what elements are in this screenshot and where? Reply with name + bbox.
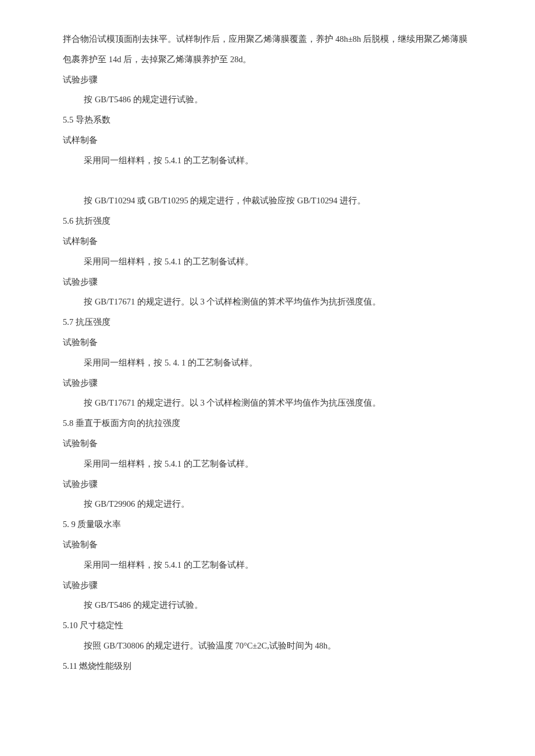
text-line: 拌合物沿试模顶面削去抹平。试样制作后，应用聚乙烯薄膜覆盖，养护 48h±8h 后… bbox=[63, 29, 477, 49]
section-label: 试样制备 bbox=[63, 130, 477, 151]
text-line: 按 GB/T17671 的规定进行。以 3 个试样检测值的算术平均值作为抗折强度… bbox=[63, 292, 477, 312]
text-line: 按 GB/T5486 的规定进行试验。 bbox=[63, 595, 477, 615]
section-label: 试验步骤 bbox=[63, 474, 477, 495]
text-line: 采用同一组样料，按 5.4.1 的工艺制备试样。 bbox=[63, 454, 477, 474]
text-line: 按 GB/T17671 的规定进行。以 3 个试样检测值的算术平均值作为抗压强度… bbox=[63, 393, 477, 413]
section-heading: 5.6 抗折强度 bbox=[63, 211, 477, 231]
text-line: 按 GB/T5486 的规定进行试验。 bbox=[63, 89, 477, 110]
text-line: 按照 GB/T30806 的规定进行。试验温度 70°C±2C,试验时间为 48… bbox=[63, 636, 477, 656]
section-label: 试验制备 bbox=[63, 433, 477, 454]
blank-line bbox=[63, 171, 477, 191]
section-label: 试验步骤 bbox=[63, 373, 477, 393]
section-heading: 5.5 导热系数 bbox=[63, 110, 477, 130]
text-line: 采用同一组样料，按 5.4.1 的工艺制备试样。 bbox=[63, 555, 477, 575]
text-line: 采用同一组样料，按 5.4.1 的工艺制备试样。 bbox=[63, 151, 477, 171]
section-label: 试样制备 bbox=[63, 231, 477, 252]
section-label: 试验步骤 bbox=[63, 575, 477, 596]
text-line: 采用同一组样料，按 5.4.1 的工艺制备试样。 bbox=[63, 252, 477, 272]
section-heading: 5.11 燃烧性能级别 bbox=[63, 656, 477, 676]
text-line: 按 GB/T29906 的规定进行。 bbox=[63, 494, 477, 514]
section-heading: 5.7 抗压强度 bbox=[63, 312, 477, 332]
section-label: 试验制备 bbox=[63, 332, 477, 353]
section-label: 试验制备 bbox=[63, 535, 477, 555]
text-line: 采用同一组样料，按 5. 4. 1 的工艺制备试样。 bbox=[63, 353, 477, 373]
document-page: 拌合物沿试模顶面削去抹平。试样制作后，应用聚乙烯薄膜覆盖，养护 48h±8h 后… bbox=[0, 0, 535, 711]
text-line: 按 GB/T10294 或 GB/T10295 的规定进行，仲裁试验应按 GB/… bbox=[63, 191, 477, 211]
section-heading: 5. 9 质量吸水率 bbox=[63, 514, 477, 535]
section-heading: 5.8 垂直于板面方向的抗拉强度 bbox=[63, 413, 477, 433]
section-heading: 5.10 尺寸稳定性 bbox=[63, 615, 477, 636]
section-label: 试验步骤 bbox=[63, 70, 477, 90]
text-line: 包裹养护至 14d 后，去掉聚乙烯薄膜养护至 28d。 bbox=[63, 49, 477, 70]
section-label: 试验步骤 bbox=[63, 272, 477, 292]
